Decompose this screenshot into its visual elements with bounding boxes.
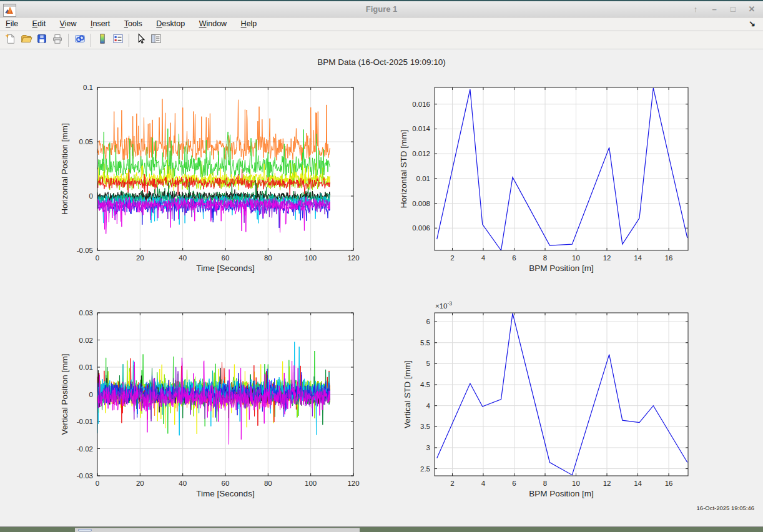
subplots-svg: 020406080100120-0.0500.050.1Time [Second…	[0, 49, 763, 527]
x-tick-label: 100	[305, 254, 317, 262]
colorbar-icon	[96, 32, 109, 47]
y-tick-label: 0.01	[79, 363, 93, 371]
y-tick-label: -0.05	[77, 247, 93, 254]
x-tick-label: 120	[347, 254, 359, 262]
y-axis-exponent-label: ×10-3	[435, 300, 452, 310]
window-title: Figure 1	[0, 4, 763, 14]
y-tick-label: 0	[89, 391, 93, 398]
insert-legend-button[interactable]	[110, 32, 126, 47]
y-axis-label: Vertical Position [mm]	[60, 354, 69, 435]
figure-toolbar	[0, 31, 763, 49]
y-tick-label: -0.02	[77, 445, 93, 453]
x-tick-label: 100	[305, 480, 317, 487]
figure-canvas: BPM Data (16-Oct-2025 19:09:10) 02040608…	[0, 49, 763, 527]
y-tick-label: 5.5	[420, 339, 430, 347]
menu-view[interactable]: View	[54, 17, 82, 29]
x-tick-label: 40	[179, 254, 187, 262]
x-tick-label: 80	[264, 480, 272, 487]
menu-file[interactable]: File	[0, 17, 24, 29]
x-tick-label: 8	[543, 480, 547, 487]
x-tick-label: 20	[136, 254, 144, 262]
new-figure-button[interactable]	[2, 32, 18, 47]
minimize-button[interactable]: –	[708, 3, 721, 16]
subplot-vertical-position: 020406080100120-0.03-0.02-0.0100.010.020…	[60, 309, 360, 498]
y-tick-label: 3	[426, 444, 430, 451]
print-figure-button[interactable]	[49, 32, 65, 47]
x-tick-label: 60	[222, 254, 230, 262]
y-tick-label: 0.02	[79, 337, 93, 344]
x-tick-label: 80	[264, 254, 272, 262]
background-window-button[interactable]	[78, 529, 92, 531]
y-tick-label: 0.008	[412, 200, 430, 207]
x-tick-label: 16	[665, 480, 673, 487]
x-tick-label: 6	[512, 480, 516, 487]
toolbar-separator	[91, 34, 91, 47]
insert-colorbar-button[interactable]	[94, 32, 110, 47]
menu-tools[interactable]: Tools	[119, 17, 148, 29]
y-tick-label: 0.1	[83, 84, 93, 91]
x-axis-label: BPM Position [m]	[529, 264, 594, 273]
plot-browser-icon	[150, 32, 162, 47]
y-tick-label: 0.014	[412, 125, 430, 132]
y-tick-label: 6	[426, 318, 430, 325]
menu-insert[interactable]: Insert	[85, 17, 116, 29]
y-tick-label: 0.03	[79, 309, 93, 317]
edit-plot-button[interactable]	[132, 32, 148, 47]
x-tick-label: 12	[603, 254, 611, 262]
menu-window[interactable]: Window	[194, 17, 232, 29]
subplot-horizontal-position: 020406080100120-0.0500.050.1Time [Second…	[60, 84, 360, 273]
y-tick-label: 3.5	[420, 423, 430, 430]
menu-desktop[interactable]: Desktop	[150, 17, 190, 29]
x-tick-label: 40	[179, 480, 187, 487]
link-icon	[74, 32, 86, 47]
save-icon	[36, 32, 48, 47]
toolbar-separator	[129, 34, 129, 47]
menu-help[interactable]: Help	[235, 17, 263, 29]
y-tick-label: -0.01	[77, 418, 93, 425]
printer-icon	[51, 32, 64, 47]
raise-window-button[interactable]: ↑	[689, 3, 702, 16]
x-tick-label: 2	[450, 254, 454, 262]
y-tick-label: -0.03	[77, 472, 93, 480]
x-tick-label: 10	[572, 480, 580, 487]
open-folder-icon	[20, 32, 32, 47]
x-axis-label: Time [Seconds]	[196, 264, 254, 273]
y-tick-label: 0.012	[412, 150, 430, 157]
toolbar-separator	[68, 34, 69, 47]
menubar: File Edit View Insert Tools Desktop Wind…	[0, 17, 763, 31]
save-figure-button[interactable]	[34, 32, 49, 47]
x-tick-label: 4	[481, 480, 486, 487]
x-tick-label: 0	[96, 254, 99, 262]
new-document-icon	[4, 32, 17, 47]
x-tick-label: 120	[347, 480, 359, 487]
open-file-button[interactable]	[18, 32, 34, 47]
menu-edit[interactable]: Edit	[27, 17, 52, 29]
plot-browser-button[interactable]	[148, 32, 164, 47]
y-tick-label: 0.006	[412, 224, 430, 232]
legend-icon	[112, 32, 124, 47]
y-tick-label: 0	[89, 192, 93, 200]
x-tick-label: 20	[136, 480, 144, 487]
x-tick-label: 4	[481, 254, 486, 262]
background-window-sliver	[75, 528, 360, 532]
x-tick-label: 16	[665, 254, 673, 262]
y-tick-label: 2.5	[420, 465, 430, 473]
y-axis-label: Horizontal Position [mm]	[60, 123, 69, 214]
link-plot-button[interactable]	[72, 32, 87, 47]
y-tick-label: 4	[426, 402, 431, 410]
close-button[interactable]: ✕	[746, 3, 758, 16]
window-titlebar: Figure 1 ↑ – □ ✕	[0, 0, 763, 17]
y-tick-label: 0.05	[79, 138, 93, 145]
x-tick-label: 10	[572, 254, 580, 262]
y-tick-label: 0.01	[416, 175, 430, 182]
x-tick-label: 60	[222, 480, 230, 487]
dock-figure-icon[interactable]: ↘	[749, 19, 756, 28]
y-tick-label: 4.5	[420, 381, 430, 388]
x-tick-label: 8	[543, 254, 547, 262]
x-tick-label: 0	[96, 480, 99, 487]
cursor-arrow-icon	[134, 32, 147, 47]
maximize-button[interactable]: □	[727, 3, 739, 16]
figure-timestamp: 16-Oct-2025 19:05:46	[697, 505, 754, 511]
subplot-horizontal-std: 2468101214160.0060.0080.010.0120.0140.01…	[399, 87, 688, 273]
y-tick-label: 0.016	[412, 101, 430, 108]
